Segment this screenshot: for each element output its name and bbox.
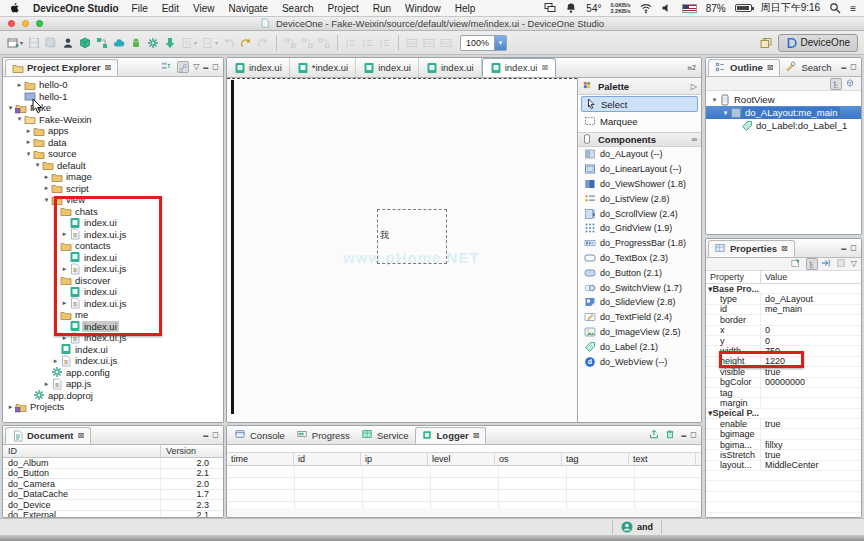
tab-document[interactable]: Document ⊠ <box>5 427 91 444</box>
weather-status[interactable]: 54° <box>586 3 601 14</box>
undo-button[interactable] <box>239 34 253 52</box>
restore-default-icon[interactable] <box>836 258 848 270</box>
property-row-enable[interactable]: enabletrue <box>706 419 861 429</box>
save-all-button[interactable] <box>44 34 58 52</box>
tree-item-app-js[interactable]: ▸Sapp.js <box>3 378 223 390</box>
chevron-down-icon[interactable]: ▼ <box>494 36 506 50</box>
tree-item-projects[interactable]: ▸Projects <box>3 401 223 413</box>
logger-filter-row[interactable] <box>227 445 701 453</box>
tree-item-discover[interactable]: ▾discover <box>3 275 223 287</box>
connected-device-chip[interactable]: and <box>612 520 662 534</box>
tree-item-view[interactable]: ▾view <box>3 194 223 206</box>
chevron-down-icon[interactable]: ▾ <box>20 39 23 46</box>
collapse-all-icon[interactable] <box>161 61 173 73</box>
property-row-isstretch[interactable]: isStretchtrue <box>706 450 861 460</box>
tree-expanded-arrow-icon[interactable]: ▾ <box>51 276 60 284</box>
tree-item-index-ui[interactable]: index.ui <box>3 321 223 333</box>
logger-col-time[interactable]: time <box>227 453 294 465</box>
component-do-progressbar[interactable]: do_ProgressBar (1.8) <box>578 236 701 251</box>
editor-tab-3-index-ui[interactable]: index.ui <box>356 58 419 77</box>
menu-clock[interactable]: 周日下午9:16 <box>761 1 820 15</box>
user-button[interactable] <box>61 34 75 52</box>
component-do-viewshower[interactable]: do_ViewShower (1.8) <box>578 177 701 192</box>
run-config-button[interactable]: ▾ <box>180 34 198 52</box>
link-with-editor-icon[interactable] <box>177 61 189 73</box>
tree-item-index-ui-js[interactable]: ▸Sindex.ui.js <box>3 263 223 275</box>
tree-item-index-ui[interactable]: index.ui <box>3 344 223 356</box>
document-row-do-datacache[interactable]: do_DataCache1.7 <box>3 490 223 501</box>
components-collapse-icon[interactable]: ∞ <box>691 135 697 144</box>
save-button[interactable] <box>27 34 41 52</box>
show-advanced-icon[interactable] <box>821 258 833 270</box>
chevron-down-icon[interactable]: ▾ <box>194 39 197 46</box>
tree-expanded-arrow-icon[interactable]: ▾ <box>42 196 51 204</box>
col-version[interactable]: Version <box>161 445 223 457</box>
battery-icon[interactable] <box>735 4 752 12</box>
property-value[interactable]: true <box>761 419 861 429</box>
minimize-window-button[interactable] <box>22 20 29 27</box>
align-button[interactable] <box>378 34 392 52</box>
tree-item-hello-0[interactable]: ▸hello-0 <box>3 79 223 91</box>
tree-expanded-arrow-icon[interactable]: ▾ <box>721 109 730 117</box>
property-row-layout[interactable]: layout...MiddleCenter <box>706 461 861 471</box>
tree-item-data[interactable]: ▸data <box>3 137 223 149</box>
tree-collapsed-arrow-icon[interactable]: ▸ <box>60 334 69 342</box>
components-group-label[interactable]: Components <box>598 134 656 145</box>
tree-item-index-ui[interactable]: index.ui <box>3 217 223 229</box>
wifi-icon[interactable] <box>640 2 652 14</box>
menu-edit[interactable]: Edit <box>162 3 179 14</box>
label-component-text[interactable]: 我 <box>380 229 389 242</box>
back-arrow-button[interactable] <box>222 34 236 52</box>
build-cube-button[interactable] <box>78 34 92 52</box>
property-value[interactable]: 0 <box>761 325 861 335</box>
outline-item-do-label-do-label-1[interactable]: do_Label:do_Label_1 <box>706 119 861 132</box>
col-property[interactable]: Property <box>706 271 761 283</box>
palette-tool-select[interactable]: Select <box>581 96 698 112</box>
cloud-button[interactable] <box>112 34 126 52</box>
tree-item-script[interactable]: ▸script <box>3 183 223 195</box>
perspective-deviceone-button[interactable]: DeviceOne <box>778 34 858 52</box>
component-do-listview[interactable]: do_ListView (2.8) <box>578 191 701 206</box>
clear-log-icon[interactable] <box>665 429 677 441</box>
property-row-type[interactable]: typedo_ALayout <box>706 294 861 304</box>
property-value[interactable]: fillxy <box>761 440 861 450</box>
property-value[interactable]: me_main <box>761 304 861 314</box>
design-canvas[interactable]: www.pHome.NET 我 <box>227 78 577 423</box>
tree-item-index-ui[interactable]: index.ui <box>3 286 223 298</box>
app-menu[interactable]: DeviceOne Studio <box>33 3 119 14</box>
tab-console[interactable]: Console <box>229 426 291 444</box>
tree-collapsed-arrow-icon[interactable]: ▸ <box>6 403 15 411</box>
maximize-panel-icon[interactable]: ◻ <box>212 431 219 439</box>
outline-item-do-alayout-me-main[interactable]: ▾do_ALayout:me_main <box>706 106 861 119</box>
document-row-do-button[interactable]: do_Button2.1 <box>3 469 223 480</box>
tree-collapsed-arrow-icon[interactable]: ▸ <box>42 380 51 388</box>
property-row-bgcolor[interactable]: bgColor00000000 <box>706 378 861 388</box>
property-value[interactable]: MiddleCenter <box>761 460 861 470</box>
align-button[interactable] <box>344 34 358 52</box>
maximize-panel-icon[interactable]: ◻ <box>850 63 857 71</box>
component-do-button[interactable]: do_Button (2.1) <box>578 265 701 280</box>
tree-item-me[interactable]: ▾me <box>3 309 223 321</box>
tab-project-explorer[interactable]: Project Explorer ⊠ <box>5 59 118 76</box>
component-do-label[interactable]: do_Label (2.1) <box>578 339 701 354</box>
node-pair-button[interactable] <box>317 34 331 52</box>
property-row-y[interactable]: y0 <box>706 336 861 346</box>
minimize-panel-icon[interactable]: ▬ <box>203 63 208 71</box>
minimize-panel-icon[interactable]: ▬ <box>841 244 846 252</box>
window-title-bar[interactable]: DeviceOne - Fake-Weixin/source/default/v… <box>0 17 864 31</box>
tree-expanded-arrow-icon[interactable]: ▾ <box>6 104 15 112</box>
table-button[interactable] <box>439 34 453 52</box>
component-do-switchview[interactable]: do_SwitchView (1.7) <box>578 280 701 295</box>
tree-item-image[interactable]: ▸image <box>3 171 223 183</box>
logger-col-text[interactable]: text <box>629 453 696 465</box>
sync-nodes-button[interactable] <box>95 34 109 52</box>
minimize-panel-icon[interactable]: ▬ <box>681 431 686 439</box>
displays-icon[interactable] <box>544 2 556 14</box>
notification-center-icon[interactable]: ≡ <box>850 3 856 14</box>
close-tab-icon[interactable]: ⊠ <box>781 244 788 253</box>
zoom-window-button[interactable] <box>36 20 43 27</box>
component-do-textbox[interactable]: do_TextBox (2.3) <box>578 251 701 266</box>
tree-item-index-ui-js[interactable]: ▸Sindex.ui.js <box>3 332 223 344</box>
close-tab-icon[interactable]: ⊠ <box>77 431 84 440</box>
palette-tool-marquee[interactable]: Marquee <box>581 113 698 129</box>
